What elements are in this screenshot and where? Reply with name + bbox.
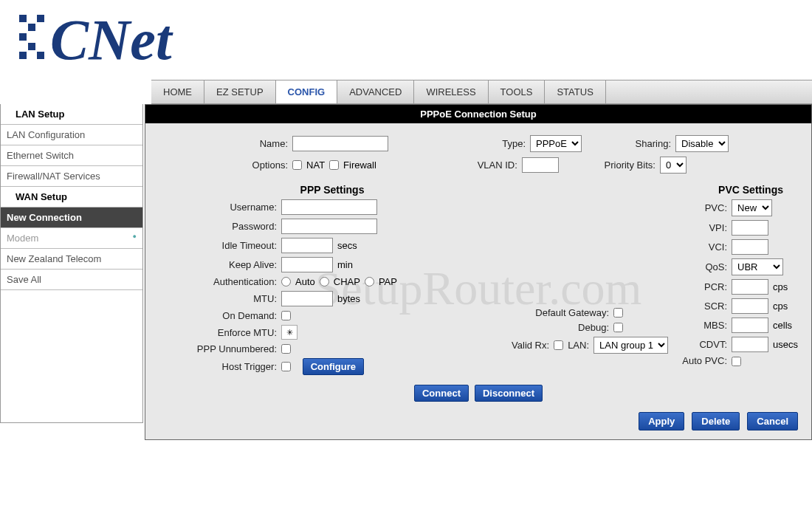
- auth-pap-radio[interactable]: [365, 277, 374, 286]
- pvc-select[interactable]: New: [732, 199, 772, 216]
- pcr-input[interactable]: [732, 279, 768, 295]
- sidebar-item-nz-telecom[interactable]: New Zealand Telecom: [1, 248, 142, 269]
- vci-label: VCI:: [668, 241, 727, 253]
- sidebar-item-modem[interactable]: Modem●: [1, 227, 142, 248]
- apply-button[interactable]: Apply: [639, 412, 684, 430]
- sidebar-spacer: [1, 289, 142, 422]
- unnum-label: PPP Unnumbered:: [159, 343, 277, 354]
- host-checkbox[interactable]: [281, 362, 291, 371]
- sidebar-item-firewall-nat[interactable]: Firewall/NAT Services: [1, 165, 142, 186]
- pcr-unit: cps: [773, 281, 788, 292]
- sidebar-item-new-connection[interactable]: New Connection: [1, 207, 142, 227]
- nav-status[interactable]: STATUS: [545, 80, 605, 103]
- nav-wireless[interactable]: WIRELESS: [414, 80, 488, 103]
- auth-label: Authentication:: [159, 276, 277, 287]
- nav-ez-setup[interactable]: EZ SETUP: [204, 80, 276, 103]
- nav-advanced[interactable]: ADVANCED: [337, 80, 414, 103]
- sidebar-header-wan: WAN Setup: [1, 186, 142, 207]
- auth-auto-radio[interactable]: [281, 277, 291, 286]
- nat-checkbox[interactable]: [292, 160, 302, 170]
- keep-input[interactable]: [281, 257, 333, 272]
- svg-rect-2: [19, 52, 27, 59]
- autopvc-label: Auto PVC:: [668, 356, 727, 366]
- svg-rect-0: [19, 15, 27, 22]
- idle-input[interactable]: [281, 238, 333, 253]
- sidebar-header-lan: LAN Setup: [1, 104, 142, 124]
- keep-unit: min: [337, 259, 353, 270]
- sidebar-item-ethernet-switch[interactable]: Ethernet Switch: [1, 145, 142, 165]
- name-label: Name:: [159, 138, 288, 149]
- cdvt-unit: usecs: [773, 339, 798, 350]
- unnum-checkbox[interactable]: [281, 344, 291, 354]
- scr-input[interactable]: [732, 298, 768, 314]
- ppp-settings-header: PPP Settings: [159, 184, 506, 196]
- nav-tools[interactable]: TOOLS: [489, 80, 546, 103]
- priority-label: Priority Bits:: [563, 159, 656, 171]
- vlan-input[interactable]: [522, 157, 559, 173]
- logo: CNet: [0, 0, 812, 80]
- connect-button[interactable]: Connect: [414, 385, 469, 402]
- type-select[interactable]: PPPoE: [530, 135, 582, 152]
- firewall-label: Firewall: [343, 159, 376, 171]
- configure-button[interactable]: Configure: [303, 358, 364, 375]
- sidebar-item-lan-config[interactable]: LAN Configuration: [1, 124, 142, 145]
- main-nav: HOME EZ SETUP CONFIG ADVANCED WIRELESS T…: [151, 80, 812, 104]
- options-label: Options:: [159, 159, 288, 171]
- username-input[interactable]: [281, 199, 377, 215]
- enforce-mtu-icon[interactable]: ✳: [281, 325, 297, 340]
- defgw-checkbox[interactable]: [613, 308, 623, 318]
- vci-input[interactable]: [732, 239, 768, 255]
- mbs-input[interactable]: [732, 318, 768, 333]
- auth-chap-radio[interactable]: [320, 277, 329, 286]
- lan-select[interactable]: LAN group 1: [593, 337, 668, 354]
- mtu-unit: bytes: [337, 293, 360, 304]
- svg-rect-6: [28, 43, 35, 50]
- firewall-checkbox[interactable]: [329, 160, 339, 170]
- host-label: Host Trigger:: [159, 361, 277, 372]
- svg-rect-1: [19, 33, 27, 41]
- vpi-input[interactable]: [732, 220, 768, 236]
- auth-chap-label: CHAP: [334, 276, 360, 287]
- password-label: Password:: [159, 221, 277, 232]
- sidebar: LAN Setup LAN Configuration Ethernet Swi…: [0, 104, 143, 423]
- delete-button[interactable]: Delete: [692, 412, 740, 430]
- name-input[interactable]: [292, 136, 388, 151]
- mtu-input[interactable]: [281, 291, 333, 306]
- debug-checkbox[interactable]: [613, 323, 623, 332]
- defgw-label: Default Gateway:: [506, 307, 609, 318]
- ondemand-checkbox[interactable]: [281, 311, 291, 320]
- auth-auto-label: Auto: [295, 276, 315, 287]
- svg-rect-4: [37, 52, 44, 59]
- cancel-button[interactable]: Cancel: [747, 412, 798, 430]
- sharing-select[interactable]: Disable: [675, 135, 729, 152]
- keep-label: Keep Alive:: [159, 259, 277, 270]
- priority-select[interactable]: 0: [660, 157, 687, 174]
- validrx-checkbox[interactable]: [554, 340, 563, 350]
- idle-label: Idle Timeout:: [159, 240, 277, 251]
- lan-label: LAN:: [568, 340, 589, 351]
- type-label: Type:: [393, 138, 526, 149]
- nav-config[interactable]: CONFIG: [276, 80, 338, 103]
- pvc-settings-header: PVC Settings: [668, 184, 798, 196]
- mbs-unit: cells: [773, 320, 792, 331]
- vlan-label: VLAN ID:: [381, 159, 517, 171]
- sidebar-item-save-all[interactable]: Save All: [1, 269, 142, 289]
- pcr-label: PCR:: [668, 281, 727, 292]
- auth-pap-label: PAP: [379, 276, 397, 287]
- autopvc-checkbox[interactable]: [732, 357, 741, 366]
- disconnect-button[interactable]: Disconnect: [475, 385, 543, 402]
- nav-home[interactable]: HOME: [151, 80, 204, 103]
- indicator-icon: ●: [133, 233, 137, 240]
- validrx-label: Valid Rx:: [506, 340, 549, 351]
- cdvt-input[interactable]: [732, 337, 768, 352]
- svg-text:CNet: CNet: [50, 7, 173, 70]
- username-label: Username:: [159, 202, 277, 213]
- password-input[interactable]: [281, 219, 377, 234]
- vpi-label: VPI:: [668, 222, 727, 233]
- nat-label: NAT: [306, 159, 325, 171]
- debug-label: Debug:: [506, 322, 609, 333]
- qos-select[interactable]: UBR: [732, 258, 783, 275]
- svg-rect-3: [37, 15, 44, 22]
- ondemand-label: On Demand:: [159, 310, 277, 321]
- enforce-label: Enforce MTU:: [159, 327, 277, 338]
